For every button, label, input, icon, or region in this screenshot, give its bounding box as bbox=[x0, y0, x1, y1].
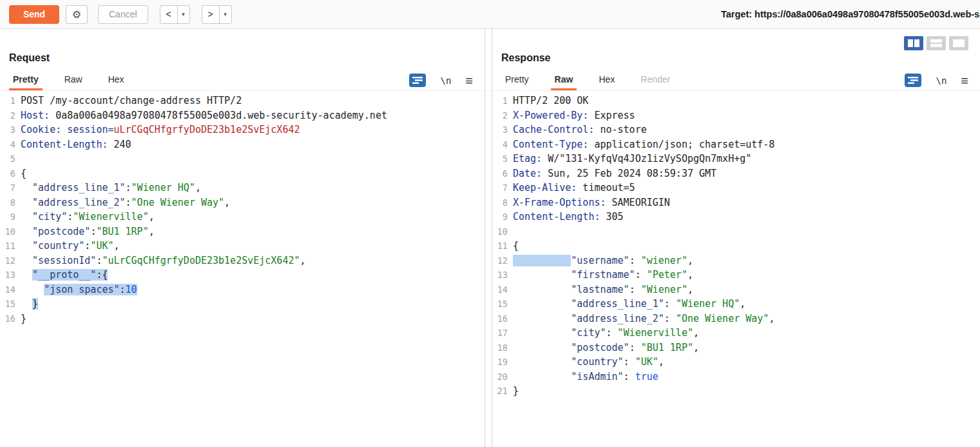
code-line: 12 "sessionId":"uLrCGqCHfgrfyDoDE23b1e2S… bbox=[0, 253, 485, 268]
code-token bbox=[513, 327, 571, 339]
line-number: 13 bbox=[0, 268, 15, 283]
forward-dropdown-button[interactable]: ▾ bbox=[219, 5, 232, 24]
code-token: POST /my-account/change-address HTTP/2 bbox=[21, 95, 242, 106]
code-token: : bbox=[629, 342, 641, 353]
code-token: , bbox=[693, 327, 699, 339]
layout-single-button[interactable] bbox=[949, 36, 968, 50]
code-line: 8X-Frame-Options: SAMEORIGIN bbox=[492, 195, 980, 210]
code-line: 13 "firstname": "Peter", bbox=[492, 268, 980, 283]
target-url[interactable]: Target: https://0a8a006a0498a97080478f55… bbox=[721, 9, 980, 19]
code-token bbox=[513, 356, 571, 368]
code-token: "sessionId" bbox=[32, 255, 96, 266]
code-token: no-store bbox=[594, 124, 646, 135]
code-line: 15 } bbox=[0, 297, 485, 312]
hamburger-menu-icon: ≡ bbox=[961, 74, 968, 87]
tab-hex[interactable]: Hex bbox=[104, 70, 128, 90]
code-line: 4Content-Length: 240 bbox=[0, 137, 485, 152]
code-token: , bbox=[300, 255, 305, 266]
layout-rows-button[interactable] bbox=[927, 36, 946, 50]
tab-hex[interactable]: Hex bbox=[595, 70, 619, 90]
code-line: 9 "city":"Wienerville", bbox=[0, 210, 485, 224]
code-token: true bbox=[635, 371, 658, 382]
show-newlines-button[interactable]: \n bbox=[936, 75, 946, 86]
code-token: "Wienerville" bbox=[73, 211, 148, 223]
code-token: , bbox=[658, 356, 664, 368]
code-token: : bbox=[67, 211, 73, 223]
panel-divider[interactable] bbox=[485, 29, 492, 447]
line-number: 5 bbox=[492, 152, 508, 166]
code-token: : bbox=[624, 356, 635, 368]
code-token: Etag: bbox=[513, 153, 542, 164]
line-number: 10 bbox=[0, 224, 15, 239]
line-number: 8 bbox=[0, 195, 15, 210]
line-number: 13 bbox=[492, 268, 508, 283]
code-token: : bbox=[606, 327, 618, 339]
line-number: 10 bbox=[492, 224, 508, 239]
code-token: "isAdmin" bbox=[571, 371, 623, 382]
line-number: 6 bbox=[0, 166, 15, 181]
code-token: "postcode" bbox=[32, 226, 90, 237]
cancel-button[interactable]: Cancel bbox=[98, 5, 148, 24]
layout-columns-button[interactable] bbox=[904, 36, 923, 50]
newline-icon: \n bbox=[440, 75, 451, 86]
history-forward-group: > ▾ bbox=[202, 5, 232, 24]
back-dropdown-button[interactable]: ▾ bbox=[177, 5, 190, 24]
line-number: 8 bbox=[492, 195, 508, 210]
tab-raw[interactable]: Raw bbox=[61, 70, 86, 90]
code-token: : bbox=[635, 269, 647, 281]
code-token: , bbox=[224, 197, 230, 208]
code-token: "address_line_2" bbox=[32, 197, 126, 208]
single-layout-icon bbox=[952, 39, 965, 48]
prettify-button[interactable] bbox=[905, 74, 921, 87]
prettify-button[interactable] bbox=[409, 74, 426, 87]
settings-gear-button[interactable]: ⚙ bbox=[66, 5, 88, 24]
request-editor[interactable]: 1POST /my-account/change-address HTTP/22… bbox=[0, 94, 485, 326]
response-editor[interactable]: 1HTTP/2 200 OK2X-Powered-By: Express3Cac… bbox=[492, 94, 980, 399]
tab-pretty[interactable]: Pretty bbox=[9, 70, 43, 90]
code-line: 5Etag: W/"131-KyfqVq4JOz1izVySOpgQn7mxH+… bbox=[492, 152, 980, 166]
tab-render[interactable]: Render bbox=[637, 70, 674, 90]
code-token bbox=[513, 298, 571, 310]
line-number: 14 bbox=[492, 283, 508, 297]
code-token: : bbox=[126, 182, 131, 194]
tab-pretty[interactable]: Pretty bbox=[501, 70, 533, 90]
send-button[interactable]: Send bbox=[9, 5, 59, 24]
code-token: } bbox=[513, 385, 519, 397]
code-line: 19 "country": "UK", bbox=[492, 355, 980, 370]
code-token: , bbox=[195, 182, 201, 194]
response-tab-icons: \n ≡ bbox=[905, 74, 968, 87]
code-token: , bbox=[740, 298, 745, 310]
code-token bbox=[513, 313, 571, 324]
show-newlines-button[interactable]: \n bbox=[440, 75, 451, 86]
code-line: 10 "postcode":"BU1 1RP", bbox=[0, 224, 485, 239]
tab-raw[interactable]: Raw bbox=[551, 70, 577, 90]
code-token bbox=[513, 269, 571, 281]
forward-button[interactable]: > bbox=[202, 5, 220, 24]
code-line: 5 bbox=[0, 152, 485, 166]
code-token: , bbox=[769, 313, 774, 324]
code-token: , bbox=[687, 255, 693, 266]
code-token: Cookie: bbox=[21, 124, 61, 135]
editor-menu-button[interactable]: ≡ bbox=[465, 74, 473, 87]
code-token: : bbox=[664, 298, 676, 310]
code-token: HTTP/2 200 OK bbox=[513, 95, 588, 106]
code-token: { bbox=[21, 168, 26, 179]
hamburger-menu-icon: ≡ bbox=[465, 74, 473, 87]
columns-layout-icon bbox=[907, 39, 920, 48]
back-button[interactable]: < bbox=[160, 5, 178, 24]
request-tab-icons: \n ≡ bbox=[409, 74, 473, 87]
code-token: , bbox=[149, 226, 155, 237]
code-line: 10 bbox=[492, 224, 980, 239]
code-token: :{ bbox=[96, 269, 108, 281]
code-token bbox=[21, 182, 32, 194]
response-tabbar: PrettyRawHexRender \n ≡ bbox=[492, 70, 980, 91]
editor-menu-button[interactable]: ≡ bbox=[961, 74, 968, 87]
code-token bbox=[21, 269, 32, 281]
line-number: 7 bbox=[492, 181, 508, 195]
code-line: 6Date: Sun, 25 Feb 2024 08:59:37 GMT bbox=[492, 166, 980, 181]
code-line: 4Content-Type: application/json; charset… bbox=[492, 137, 980, 152]
code-token: "wiener" bbox=[641, 255, 687, 266]
code-token: "uLrCGqCHfgrfyDoDE23b1e2SvEjcX642" bbox=[102, 255, 300, 266]
code-token: : bbox=[629, 284, 641, 295]
code-token: "UK" bbox=[90, 240, 113, 252]
